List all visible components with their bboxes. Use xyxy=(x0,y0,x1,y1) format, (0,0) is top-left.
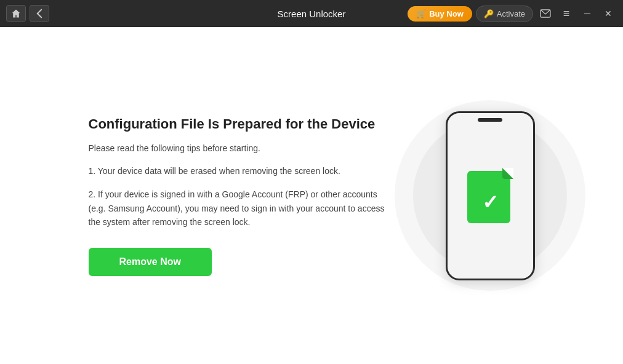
menu-button[interactable]: ≡ xyxy=(558,5,575,22)
minimize-icon: ─ xyxy=(584,9,590,18)
phone-frame: ✓ xyxy=(446,111,535,280)
checkmark-icon: ✓ xyxy=(482,192,499,212)
left-panel: Configuration File Is Prepared for the D… xyxy=(89,115,396,275)
cart-icon: 🛒 xyxy=(416,9,426,18)
main-title: Configuration File Is Prepared for the D… xyxy=(89,115,396,133)
close-button[interactable]: ✕ xyxy=(600,5,617,22)
remove-now-button[interactable]: Remove Now xyxy=(89,248,212,276)
subtitle: Please read the following tips before st… xyxy=(89,143,396,153)
phone-notch xyxy=(478,118,502,122)
titlebar-left xyxy=(6,5,49,22)
key-icon: 🔑 xyxy=(484,9,494,18)
activate-button[interactable]: 🔑 Activate xyxy=(476,6,533,22)
main-content: Configuration File Is Prepared for the D… xyxy=(0,27,623,364)
mail-button[interactable] xyxy=(537,5,554,22)
tip-1: 1. Your device data will be erased when … xyxy=(89,164,396,178)
back-button[interactable] xyxy=(30,5,49,22)
close-icon: ✕ xyxy=(605,9,612,18)
document-icon: ✓ xyxy=(467,168,513,223)
home-icon xyxy=(11,9,21,18)
right-panel: ✓ xyxy=(446,111,535,280)
app-title: Screen Unlocker xyxy=(278,9,346,19)
activate-label: Activate xyxy=(497,9,525,18)
mail-icon xyxy=(540,9,551,18)
doc-corner xyxy=(502,168,513,179)
buy-now-label: Buy Now xyxy=(429,9,464,18)
menu-icon: ≡ xyxy=(563,7,570,20)
buy-now-button[interactable]: 🛒 Buy Now xyxy=(408,6,472,22)
titlebar-right: 🛒 Buy Now 🔑 Activate ≡ ─ ✕ xyxy=(408,5,617,22)
back-icon xyxy=(36,9,43,18)
titlebar: Screen Unlocker 🛒 Buy Now 🔑 Activate ≡ ─… xyxy=(0,0,623,27)
minimize-button[interactable]: ─ xyxy=(579,5,596,22)
home-button[interactable] xyxy=(6,5,26,22)
tip-2: 2. If your device is signed in with a Go… xyxy=(89,188,396,229)
